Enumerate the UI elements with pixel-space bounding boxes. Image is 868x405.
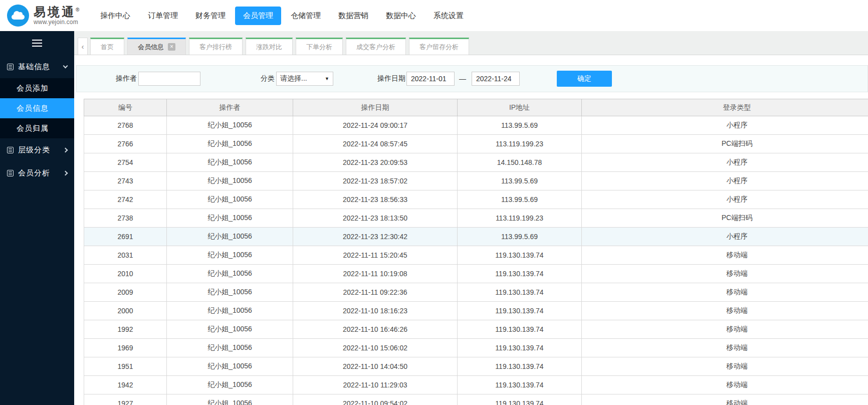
sidebar-item-0-2[interactable]: 会员归属: [0, 118, 74, 138]
chevron-right-icon: [63, 147, 68, 152]
document-icon: [7, 170, 14, 176]
table-cell: 纪小姐_10056: [167, 135, 293, 153]
topnav-item-7[interactable]: 系统设置: [425, 7, 472, 25]
top-header: 易境通® www.yejoin.com 操作中心订单管理财务管理会员管理仓储管理…: [0, 0, 868, 31]
table-cell: 2022-11-11 15:20:45: [293, 246, 458, 265]
table-cell: 119.130.139.74: [458, 339, 582, 357]
table-cell: 纪小姐_10056: [167, 153, 293, 172]
table-cell: 1942: [84, 376, 167, 394]
table-row-2[interactable]: 2754纪小姐_100562022-11-23 20:09:5314.150.1…: [84, 153, 868, 172]
table-cell: 2022-11-11 10:19:08: [293, 265, 458, 283]
topnav-item-1[interactable]: 订单管理: [140, 7, 186, 25]
topnav-item-5[interactable]: 数据营销: [330, 7, 376, 25]
date-range-separator: —: [459, 75, 466, 83]
menu-toggle-icon: [32, 40, 42, 47]
tab-list: 首页会员信息×客户排行榜涨跌对比下单分析成交客户分析客户留存分析: [90, 38, 469, 55]
sidebar-item-0-1[interactable]: 会员信息: [0, 98, 74, 118]
operator-label: 操作者: [116, 74, 137, 83]
topnav-item-0[interactable]: 操作中心: [92, 7, 138, 25]
tab-0[interactable]: 首页: [90, 38, 124, 55]
tab-3[interactable]: 涨跌对比: [246, 38, 293, 55]
tab-label: 下单分析: [306, 43, 332, 52]
sidebar-group-2[interactable]: 会员分析: [0, 161, 74, 184]
table-row-6[interactable]: 2691纪小姐_100562022-11-23 12:30:42113.99.5…: [84, 228, 868, 246]
date-from-input[interactable]: [406, 72, 455, 86]
tab-2[interactable]: 客户排行榜: [189, 38, 243, 55]
table-cell: 纪小姐_10056: [167, 283, 293, 302]
document-icon: [7, 64, 14, 70]
table-cell: 2022-11-11 09:22:36: [293, 283, 458, 302]
table-cell: 移动端: [582, 302, 868, 320]
table-cell: 2022-11-10 14:04:50: [293, 357, 458, 376]
close-icon[interactable]: ×: [168, 43, 175, 51]
topnav-item-2[interactable]: 财务管理: [187, 7, 234, 25]
sidebar-group-1[interactable]: 层级分类: [0, 138, 74, 161]
table-cell: 2031: [84, 246, 167, 265]
tab-4[interactable]: 下单分析: [296, 38, 343, 55]
table-row-5[interactable]: 2738纪小姐_100562022-11-23 18:13:50113.119.…: [84, 209, 868, 228]
table-cell: PC端扫码: [582, 135, 868, 153]
table-cell: 119.130.139.74: [458, 357, 582, 376]
table-cell: 小程序: [582, 190, 868, 209]
brand-text: 易境通® www.yejoin.com: [34, 6, 79, 26]
table-row-11[interactable]: 1992纪小姐_100562022-11-10 16:46:26119.130.…: [84, 320, 868, 339]
column-header-4: 登录类型: [582, 99, 868, 116]
tab-6[interactable]: 客户留存分析: [409, 38, 469, 55]
cloud-logo-icon: [7, 5, 29, 27]
table-cell: 移动端: [582, 357, 868, 376]
caret-down-icon: ▼: [325, 76, 329, 81]
column-header-3: IP地址: [458, 99, 582, 116]
tab-1[interactable]: 会员信息×: [127, 38, 186, 55]
date-to-input[interactable]: [472, 72, 520, 86]
table-row-7[interactable]: 2031纪小姐_100562022-11-11 15:20:45119.130.…: [84, 246, 868, 265]
table-row-15[interactable]: 1927纪小姐_100562022-11-10 09:54:02119.130.…: [84, 394, 868, 405]
table-row-9[interactable]: 2009纪小姐_100562022-11-11 09:22:36119.130.…: [84, 283, 868, 302]
topnav-item-4[interactable]: 仓储管理: [283, 7, 329, 25]
column-header-0: 编号: [84, 99, 167, 116]
menu-toggle-button[interactable]: [0, 31, 74, 55]
tab-scroll-left-button[interactable]: ‹: [78, 38, 88, 55]
table-cell: 113.119.199.23: [458, 209, 582, 228]
registered-mark: ®: [76, 7, 79, 13]
table-row-14[interactable]: 1942纪小姐_100562022-11-10 11:29:03119.130.…: [84, 376, 868, 394]
table-cell: 纪小姐_10056: [167, 209, 293, 228]
app-window: 易境通® www.yejoin.com 操作中心订单管理财务管理会员管理仓储管理…: [0, 0, 868, 405]
topnav-item-6[interactable]: 数据中心: [378, 7, 424, 25]
tab-label: 客户留存分析: [419, 43, 459, 52]
table-cell: 2742: [84, 190, 167, 209]
table-cell: 2022-11-10 09:54:02: [293, 394, 458, 405]
tab-label: 成交客户分析: [356, 43, 395, 52]
table-cell: 移动端: [582, 265, 868, 283]
table-cell: 纪小姐_10056: [167, 246, 293, 265]
sidebar-group-0[interactable]: 基础信息: [0, 55, 74, 78]
table-cell: 移动端: [582, 339, 868, 357]
brand-logo[interactable]: 易境通® www.yejoin.com: [0, 5, 85, 27]
table-cell: 2010: [84, 265, 167, 283]
brand-name: 易境通: [34, 5, 76, 19]
table-row-12[interactable]: 1969纪小姐_100562022-11-10 15:06:02119.130.…: [84, 339, 868, 357]
table-cell: 纪小姐_10056: [167, 302, 293, 320]
table-row-1[interactable]: 2766纪小姐_100562022-11-24 08:57:45113.119.…: [84, 135, 868, 153]
table-row-13[interactable]: 1951纪小姐_100562022-11-10 14:04:50119.130.…: [84, 357, 868, 376]
tab-5[interactable]: 成交客户分析: [346, 38, 406, 55]
category-label: 分类: [261, 74, 275, 83]
table-cell: 纪小姐_10056: [167, 320, 293, 339]
sidebar-item-0-0[interactable]: 会员添加: [0, 78, 74, 98]
table-row-3[interactable]: 2743纪小姐_100562022-11-23 18:57:02113.99.5…: [84, 172, 868, 190]
table-row-10[interactable]: 2000纪小姐_100562022-11-10 18:16:23119.130.…: [84, 302, 868, 320]
table-cell: 移动端: [582, 283, 868, 302]
document-icon: [7, 147, 14, 153]
table-cell: 119.130.139.74: [458, 394, 582, 405]
table-cell: 119.130.139.74: [458, 265, 582, 283]
table-cell: 2738: [84, 209, 167, 228]
category-select[interactable]: 请选择... ▼: [276, 72, 333, 86]
table-cell: 1927: [84, 394, 167, 405]
table-cell: 2009: [84, 283, 167, 302]
operator-input[interactable]: [138, 72, 200, 86]
confirm-button[interactable]: 确定: [557, 71, 612, 87]
topnav-item-3[interactable]: 会员管理: [235, 7, 281, 25]
sidebar: 基础信息会员添加会员信息会员归属层级分类会员分析: [0, 31, 74, 405]
table-row-4[interactable]: 2742纪小姐_100562022-11-23 18:56:33113.99.5…: [84, 190, 868, 209]
table-row-0[interactable]: 2768纪小姐_100562022-11-24 09:00:17113.99.5…: [84, 116, 868, 135]
table-row-8[interactable]: 2010纪小姐_100562022-11-11 10:19:08119.130.…: [84, 265, 868, 283]
